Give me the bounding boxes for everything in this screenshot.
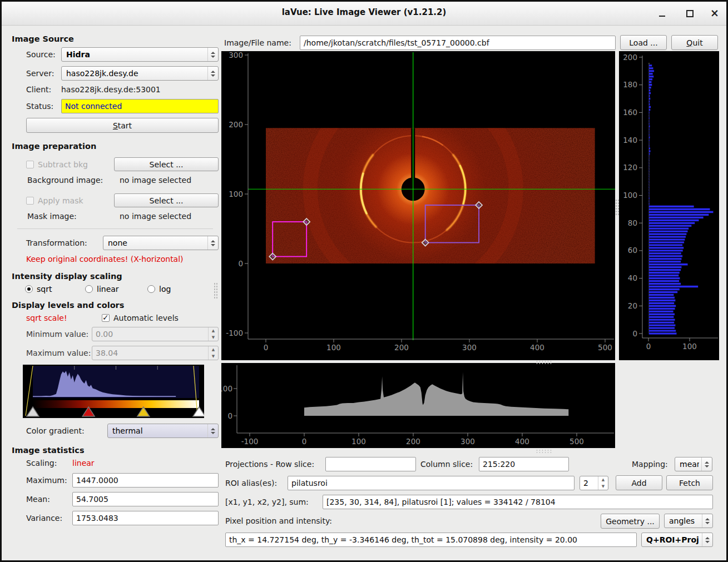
transformation-select[interactable]: none <box>103 236 219 250</box>
svg-text:100: 100 <box>351 437 366 446</box>
geometry-button[interactable]: Geometry ... <box>601 514 660 529</box>
svg-text:160: 160 <box>623 108 637 117</box>
fetch-roi-button[interactable]: Fetch <box>666 475 713 490</box>
roi-count-spinbox[interactable]: 2 ▲▼ <box>580 476 608 490</box>
chevron-updown-icon <box>207 236 218 250</box>
color-gradient-select[interactable]: thermal <box>107 424 219 438</box>
apply-mask-checkbox[interactable]: Apply mask <box>26 196 114 205</box>
scaling-radio-sqrt[interactable]: sqrt <box>25 285 85 294</box>
server-label: Server: <box>26 69 57 78</box>
scaling-radio-linear[interactable]: linear <box>85 285 147 294</box>
svg-text:0: 0 <box>632 329 637 338</box>
maximum-value-label: Maximum value: <box>26 349 87 357</box>
window-title: laVue: Live Image Viewer (v1.21.2) <box>2 7 726 17</box>
svg-text:200: 200 <box>394 343 409 352</box>
minimum-value-spinbox[interactable]: 0.00 ▲▼ <box>92 327 219 341</box>
background-image-label: Background image: <box>27 176 115 185</box>
status-field: Not connected <box>61 99 219 113</box>
stats-mean-field[interactable] <box>72 492 219 506</box>
column-profile-plot[interactable]: 0 100 -100 0 100 200 300 400 500 <box>221 363 615 448</box>
splitter-handle[interactable] <box>536 449 552 453</box>
svg-text:400: 400 <box>515 437 529 446</box>
column-slice-input[interactable] <box>479 457 569 471</box>
svg-text:200: 200 <box>229 120 243 129</box>
checkbox-icon <box>26 197 34 205</box>
pixel-intensity-field[interactable] <box>225 533 637 547</box>
start-button[interactable]: Start <box>26 118 219 133</box>
svg-text:80: 80 <box>628 218 637 227</box>
maximum-value-spinbox[interactable]: 38.04 ▲▼ <box>92 346 219 360</box>
maximize-button[interactable] <box>685 8 695 18</box>
image-preparation-heading: Image preparation <box>12 142 219 151</box>
spin-arrows-icon: ▲▼ <box>208 327 218 341</box>
mapping-select[interactable]: mean <box>675 457 712 471</box>
column-slice-label: Column slice: <box>420 460 473 469</box>
stats-maximum-label: Maximum: <box>26 476 68 485</box>
close-button[interactable]: × <box>710 8 720 18</box>
row-slice-input[interactable] <box>325 457 416 471</box>
roi-alias-label: ROI alias(es): <box>225 479 277 488</box>
svg-text:180: 180 <box>623 80 637 89</box>
stats-variance-field[interactable] <box>72 511 219 525</box>
spin-arrows-icon: ▲▼ <box>598 476 608 490</box>
svg-text:300: 300 <box>229 51 243 59</box>
color-gradient-label: Color gradient: <box>26 426 103 435</box>
add-roi-button[interactable]: Add <box>616 475 662 490</box>
svg-text:100: 100 <box>623 191 637 200</box>
stats-variance-label: Variance: <box>26 514 68 523</box>
svg-text:40: 40 <box>628 273 637 282</box>
server-select[interactable]: haso228jk.desy.de <box>61 66 219 81</box>
select-background-button[interactable]: Select ... <box>114 157 219 171</box>
splitter-handle[interactable] <box>615 199 619 216</box>
color-gradient-value: thermal <box>112 426 205 435</box>
splitter-handle[interactable] <box>214 282 217 299</box>
chevron-updown-icon <box>701 457 712 471</box>
stats-scaling-label: Scaling: <box>26 459 68 467</box>
transformation-label: Transformation: <box>26 238 98 247</box>
row-histogram-plot[interactable]: 0 20 40 60 80 100 120 140 160 180 200 0 … <box>619 51 719 360</box>
pixel-position-label: Pixel position and intensity: <box>225 516 332 525</box>
file-name-input[interactable] <box>300 36 616 50</box>
spin-arrows-icon: ▲▼ <box>208 346 218 360</box>
stats-maximum-field[interactable] <box>72 473 219 488</box>
angles-select[interactable]: angles <box>664 514 713 528</box>
radio-icon <box>147 285 155 293</box>
chevron-updown-icon <box>207 424 218 437</box>
select-mask-button[interactable]: Select ... <box>114 193 219 207</box>
roi-sum-field[interactable] <box>323 495 713 509</box>
background-image-value: no image selected <box>120 176 191 185</box>
sidebar: Image Source Source: Hidra Server: haso2… <box>11 29 219 530</box>
client-value: haso228jk.desy.de:53001 <box>61 85 161 94</box>
title-bar[interactable]: laVue: Live Image Viewer (v1.21.2) × <box>2 2 726 26</box>
svg-text:0: 0 <box>227 411 232 420</box>
chevron-updown-icon <box>702 533 712 546</box>
load-button[interactable]: Load ... <box>620 35 667 50</box>
mapping-label: Mapping: <box>632 460 668 469</box>
stats-mean-label: Mean: <box>26 495 68 504</box>
source-select[interactable]: Hidra <box>61 47 219 62</box>
roi-sum-label: [x1, y1, x2, y2], sum: <box>225 498 309 506</box>
svg-text:100: 100 <box>221 384 232 393</box>
levels-histogram-widget[interactable] <box>23 365 204 418</box>
svg-text:120: 120 <box>623 163 637 172</box>
minimize-button[interactable] <box>657 8 667 18</box>
svg-text:300: 300 <box>462 343 477 352</box>
quit-button[interactable]: Quit <box>671 35 718 50</box>
splitter-handle[interactable] <box>536 360 552 364</box>
display-levels-heading: Display levels and colors <box>12 301 219 310</box>
automatic-levels-checkbox[interactable]: Automatic levels <box>102 314 179 322</box>
svg-text:300: 300 <box>460 437 475 446</box>
svg-text:500: 500 <box>569 437 584 446</box>
roi-alias-input[interactable] <box>288 476 575 490</box>
gradient-bar[interactable] <box>33 400 199 408</box>
stats-scaling-value: linear <box>72 459 95 467</box>
scaling-radio-log[interactable]: log <box>147 285 171 294</box>
row-slice-label: Projections - Row slice: <box>225 460 314 469</box>
svg-text:-100: -100 <box>241 437 259 446</box>
display-mode-select[interactable]: Q+ROI+Proj <box>641 533 713 547</box>
subtract-bkg-checkbox[interactable]: Subtract bkg <box>26 160 114 169</box>
checkbox-icon <box>26 161 34 168</box>
svg-text:500: 500 <box>598 343 612 352</box>
main-image-plot[interactable]: -100 0 100 200 300 0 100 200 300 400 500 <box>221 51 615 360</box>
status-label: Status: <box>26 102 57 111</box>
